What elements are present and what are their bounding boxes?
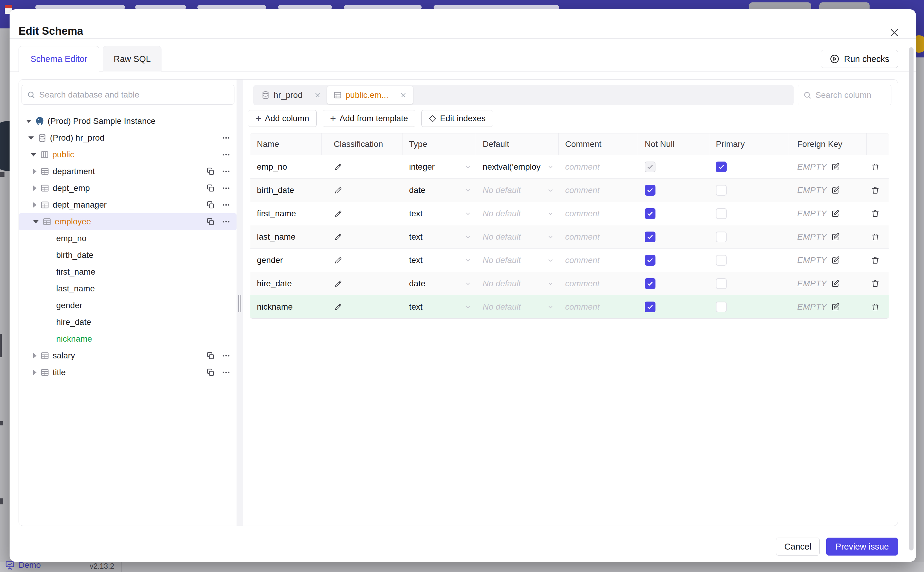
more-options-icon[interactable] [222, 134, 231, 142]
trash-icon[interactable] [871, 232, 880, 241]
caret-right-icon[interactable] [33, 185, 36, 191]
type-select[interactable]: text [403, 249, 476, 272]
more-options-icon[interactable] [222, 368, 231, 377]
column-name[interactable]: birth_date [250, 179, 322, 202]
tree-search-input[interactable] [39, 90, 229, 99]
comment-input[interactable]: comment [558, 225, 638, 248]
edit-foreign-key-icon[interactable] [831, 162, 840, 171]
trash-icon[interactable] [871, 209, 880, 218]
primary-checkbox[interactable] [716, 232, 727, 242]
not-null-checkbox[interactable] [645, 232, 656, 242]
edit-foreign-key-icon[interactable] [831, 209, 840, 218]
tree-item-dept_emp[interactable]: dept_emp [19, 180, 237, 197]
more-options-icon[interactable] [222, 167, 231, 176]
caret-right-icon[interactable] [33, 169, 36, 174]
tree-item-first_name[interactable]: first_name [19, 264, 237, 280]
primary-checkbox[interactable] [716, 302, 727, 312]
type-select[interactable]: text [403, 225, 476, 248]
modal-scrollbar[interactable] [909, 47, 913, 550]
run-checks-button[interactable]: Run checks [821, 50, 898, 68]
comment-input[interactable]: comment [558, 249, 638, 272]
column-name[interactable]: gender [250, 249, 322, 272]
column-name[interactable]: last_name [250, 225, 322, 248]
comment-input[interactable]: comment [558, 202, 638, 225]
tree-item--prod-prod-sample-instance[interactable]: (Prod) Prod Sample Instance [19, 113, 237, 129]
default-select[interactable]: nextval('employ [476, 155, 558, 178]
tree-item-department[interactable]: department [19, 163, 237, 180]
not-null-checkbox[interactable] [645, 208, 656, 219]
comment-input[interactable]: comment [558, 179, 638, 202]
tab-raw-sql[interactable]: Raw SQL [103, 46, 161, 72]
tree-item-public[interactable]: public [19, 146, 237, 163]
pencil-icon[interactable] [334, 302, 343, 311]
tree-item-last_name[interactable]: last_name [19, 280, 237, 297]
caret-right-icon[interactable] [33, 353, 36, 358]
column-name[interactable]: hire_date [250, 272, 322, 295]
not-null-checkbox[interactable] [645, 255, 656, 266]
pencil-icon[interactable] [334, 232, 343, 241]
not-null-checkbox[interactable] [645, 302, 656, 312]
default-select[interactable]: No default [476, 249, 558, 272]
close-tab-icon[interactable] [314, 92, 321, 99]
column-search-input[interactable] [815, 90, 886, 100]
more-options-icon[interactable] [222, 201, 231, 210]
default-select[interactable]: No default [476, 272, 558, 295]
caret-down-icon[interactable] [31, 153, 36, 157]
type-select[interactable]: integer [403, 155, 476, 178]
trash-icon[interactable] [871, 302, 880, 311]
more-options-icon[interactable] [222, 217, 231, 226]
editor-tab-hr_prod[interactable]: hr_prod [255, 86, 327, 104]
caret-right-icon[interactable] [33, 202, 36, 208]
copy-icon[interactable] [206, 167, 215, 176]
tree-item-nickname[interactable]: nickname [19, 331, 237, 347]
trash-icon[interactable] [871, 186, 880, 195]
copy-icon[interactable] [206, 368, 215, 377]
edit-foreign-key-icon[interactable] [831, 232, 840, 241]
column-name[interactable]: nickname [250, 295, 322, 318]
column-name[interactable]: first_name [250, 202, 322, 225]
add-column-button[interactable]: +Add column [248, 110, 317, 127]
comment-input[interactable]: comment [558, 155, 638, 178]
caret-down-icon[interactable] [33, 220, 39, 224]
default-select[interactable]: No default [476, 202, 558, 225]
default-select[interactable]: No default [476, 179, 558, 202]
caret-down-icon[interactable] [26, 120, 31, 123]
copy-icon[interactable] [206, 351, 215, 360]
comment-input[interactable]: comment [558, 272, 638, 295]
edit-foreign-key-icon[interactable] [831, 279, 840, 288]
edit-indexes-button[interactable]: Edit indexes [421, 110, 493, 127]
close-icon[interactable] [888, 26, 901, 39]
tree-item-title[interactable]: title [19, 364, 237, 381]
not-null-checkbox[interactable] [645, 185, 656, 196]
more-options-icon[interactable] [222, 351, 231, 360]
edit-foreign-key-icon[interactable] [831, 186, 840, 195]
pencil-icon[interactable] [334, 209, 343, 218]
tree-item-emp_no[interactable]: emp_no [19, 230, 237, 247]
primary-checkbox[interactable] [716, 208, 727, 219]
tree-item-hire_date[interactable]: hire_date [19, 314, 237, 331]
panel-splitter[interactable] [237, 79, 243, 525]
edit-foreign-key-icon[interactable] [831, 256, 840, 265]
tree-item-gender[interactable]: gender [19, 297, 237, 314]
default-select[interactable]: No default [476, 295, 558, 318]
primary-checkbox[interactable] [716, 162, 727, 172]
type-select[interactable]: text [403, 202, 476, 225]
not-null-checkbox[interactable] [645, 278, 656, 289]
tab-schema-editor[interactable]: Schema Editor [19, 46, 99, 72]
pencil-icon[interactable] [334, 256, 343, 265]
primary-checkbox[interactable] [716, 185, 727, 196]
tree-item-employee[interactable]: employee [19, 213, 237, 230]
default-select[interactable]: No default [476, 225, 558, 248]
tree-item--prod-hr_prod[interactable]: (Prod) hr_prod [19, 129, 237, 146]
trash-icon[interactable] [871, 256, 880, 265]
tree-item-dept_manager[interactable]: dept_manager [19, 197, 237, 213]
pencil-icon[interactable] [334, 279, 343, 288]
column-name[interactable]: emp_no [250, 155, 322, 178]
editor-tab-public-em-[interactable]: public.em... [327, 86, 413, 104]
copy-icon[interactable] [206, 184, 215, 193]
caret-down-icon[interactable] [28, 137, 34, 140]
type-select[interactable]: date [403, 179, 476, 202]
more-options-icon[interactable] [222, 184, 231, 193]
cancel-button[interactable]: Cancel [776, 538, 820, 556]
preview-issue-button[interactable]: Preview issue [826, 538, 898, 556]
